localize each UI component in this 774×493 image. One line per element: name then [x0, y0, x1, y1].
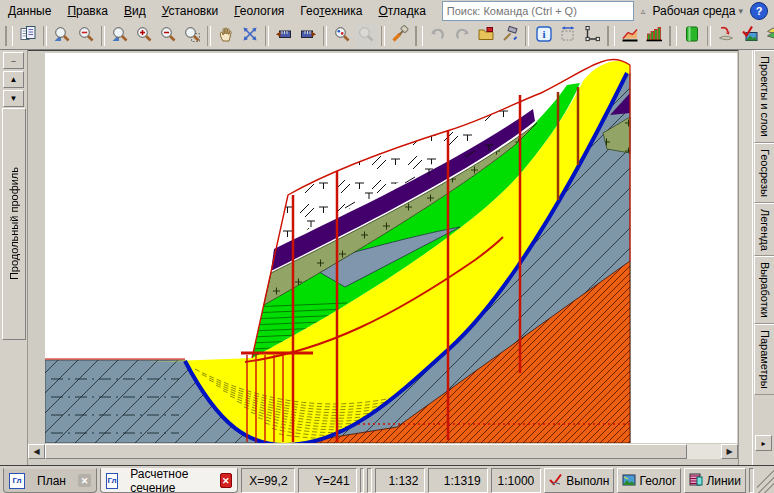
tab-geosections-label: Геосрезы — [759, 149, 771, 197]
fit-extents-button[interactable] — [238, 24, 262, 48]
search-collapse-icon[interactable]: ▵ — [641, 6, 646, 16]
zoom-out-button[interactable] — [156, 24, 180, 48]
ruler-right-button[interactable] — [296, 24, 320, 48]
toggle-linii-label: Линии — [706, 474, 741, 488]
toolbar-drag-handle[interactable] — [5, 26, 13, 46]
tab-projects-layers[interactable]: Проекты и слои — [754, 50, 774, 143]
cross-section-drawing — [45, 53, 737, 443]
brush-button[interactable] — [388, 24, 412, 48]
zoom-previous-button[interactable] — [74, 24, 98, 48]
search-input[interactable] — [442, 1, 634, 21]
zoom-fit-button[interactable] — [50, 24, 74, 48]
menu-item-данные[interactable]: Данные — [0, 1, 59, 21]
measure-icon — [559, 25, 577, 46]
main-area: –▲▼ Продольный профиль ◀ ▶ Проекты и сло… — [0, 50, 774, 465]
menu-item-геология[interactable]: Геология — [226, 1, 292, 21]
help-button[interactable]: ? — [750, 2, 768, 20]
folder-icon — [477, 25, 495, 46]
scrollbar-track[interactable] — [687, 444, 721, 459]
menu-item-вид[interactable]: Вид — [116, 1, 154, 21]
toolbar-drag-handle[interactable] — [669, 26, 677, 46]
angle-button[interactable] — [580, 24, 604, 48]
scroll-right-button[interactable]: ▶ — [721, 444, 738, 459]
resize-grip[interactable] — [757, 468, 774, 493]
menu-item-геотехника[interactable]: Геотехника — [292, 1, 370, 21]
toolbar-drag-handle[interactable] — [607, 26, 615, 46]
menu-item-установки[interactable]: Установки — [154, 1, 227, 21]
menu-item-отладка[interactable]: Отладка — [370, 1, 433, 21]
panel-expand-button[interactable]: ▸ — [755, 435, 772, 451]
tab-projects-layers-label: Проекты и слои — [759, 56, 771, 137]
info-button[interactable]: i — [532, 24, 556, 48]
svg-text:i: i — [542, 28, 545, 40]
vertical-scrollbar[interactable] — [738, 50, 753, 465]
magplus-icon — [135, 25, 153, 46]
legend-book-button[interactable] — [680, 24, 704, 48]
toggle-vypoln-label: Выполн — [566, 474, 609, 488]
magdots-icon — [333, 25, 351, 46]
coord-x-field: X=99,2 — [241, 468, 295, 493]
toolbar-separator — [323, 26, 327, 46]
chart2-icon — [645, 25, 663, 46]
zoom-window-button[interactable] — [108, 24, 132, 48]
cross-section-sheet[interactable] — [45, 53, 737, 443]
close-icon[interactable]: ✕ — [220, 473, 232, 488]
scrollbar-thumb[interactable] — [45, 444, 687, 459]
open-project-button[interactable] — [474, 24, 498, 48]
zoom-in-button[interactable] — [132, 24, 156, 48]
profile-chart-button[interactable] — [618, 24, 642, 48]
ruler-left-button[interactable] — [272, 24, 296, 48]
toggle-linii-icon — [689, 473, 703, 489]
horizontal-scrollbar[interactable]: ◀ ▶ — [28, 444, 738, 459]
scroll-left-button[interactable]: ◀ — [28, 444, 45, 459]
tab-legend[interactable]: Легенда — [754, 203, 774, 257]
panel-minimize-button[interactable]: – — [3, 52, 24, 69]
tab-geosections[interactable]: Геосрезы — [754, 143, 774, 203]
undo-icon — [429, 25, 447, 46]
workspace-menu[interactable]: Рабочая среда ▾ — [652, 4, 743, 18]
doc-tab-label: План — [29, 474, 74, 488]
chkgeo-icon — [741, 25, 759, 46]
close-icon[interactable]: ✕ — [78, 474, 91, 487]
redo-button[interactable] — [450, 24, 474, 48]
measure-button[interactable] — [556, 24, 580, 48]
pan-button[interactable] — [214, 24, 238, 48]
zoom-selection-button[interactable] — [180, 24, 204, 48]
toolbar-separator — [207, 26, 211, 46]
undo-button[interactable] — [426, 24, 450, 48]
tools-button[interactable] — [498, 24, 522, 48]
doc-copy-button[interactable] — [16, 24, 40, 48]
columns-chart-button[interactable] — [642, 24, 666, 48]
doc-tab-section[interactable]: Гл Расчетное сечение ✕ — [100, 468, 238, 493]
toolbar-separator — [265, 26, 269, 46]
toggle-geolog[interactable]: Геолог — [617, 468, 681, 493]
menu-item-правка[interactable]: Правка — [59, 1, 116, 21]
toolbar: i» — [0, 22, 774, 50]
hand-icon — [217, 25, 235, 46]
find-next-button[interactable] — [354, 24, 378, 48]
export-layers-button[interactable] — [762, 24, 774, 48]
toggle-vypoln[interactable]: Выполн — [544, 468, 614, 493]
tab-workings[interactable]: Выработки — [754, 256, 774, 324]
toggle-vypoln-icon — [549, 473, 563, 489]
document-icon: Гл — [106, 473, 118, 489]
tab-longitudinal-profile[interactable]: Продольный профиль — [2, 108, 26, 340]
status-bar: Гл План ✕Гл Расчетное сечение ✕ X=99,2 Y… — [0, 465, 774, 493]
magtri-icon — [53, 25, 71, 46]
toolbar-separator — [381, 26, 385, 46]
panel-scroll-up-button[interactable]: ▲ — [3, 71, 24, 88]
tab-parameters[interactable]: Параметры — [754, 324, 774, 395]
drawing-canvas[interactable]: ◀ ▶ — [28, 50, 738, 465]
panel-scroll-down-button[interactable]: ▼ — [3, 90, 24, 107]
left-panel-strip: –▲▼ Продольный профиль — [0, 50, 28, 465]
doc-tab-plan[interactable]: Гл План ✕ — [3, 468, 97, 493]
toolbar-separator — [101, 26, 105, 46]
check-geology-button[interactable] — [738, 24, 762, 48]
find-object-button[interactable] — [330, 24, 354, 48]
tools-icon — [501, 25, 519, 46]
assign-surface-button[interactable] — [714, 24, 738, 48]
toggle-linii[interactable]: Линии — [684, 468, 746, 493]
toolbar-drag-handle[interactable] — [415, 26, 423, 46]
info-icon: i — [535, 25, 553, 46]
toolbar-separator — [707, 26, 711, 46]
